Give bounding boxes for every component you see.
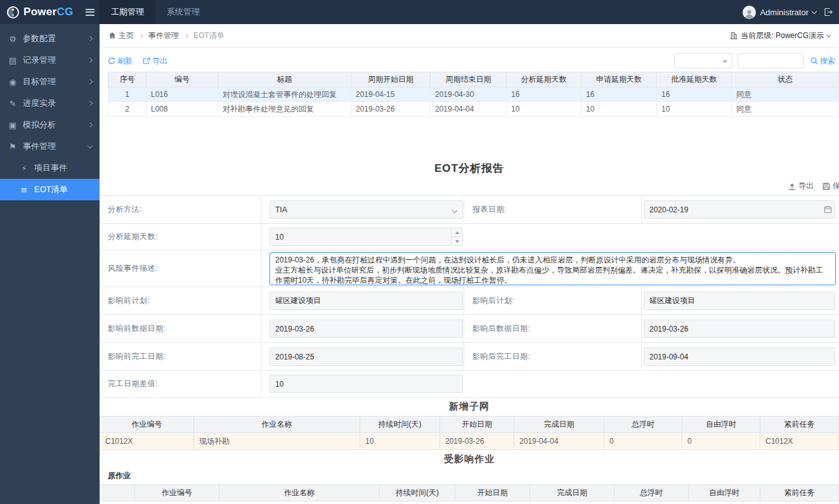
search-input[interactable] (738, 53, 804, 68)
sidebar-item-label: 记录管理 (23, 55, 83, 66)
column-header: 紧前任务 (760, 417, 839, 433)
report-actions: 导出 保存 (100, 181, 839, 191)
report-save-button[interactable]: 保存 (823, 181, 839, 191)
table-cell: 现场补勘 (194, 433, 360, 450)
user-name[interactable]: Administrator (760, 8, 809, 17)
column-header: 作业名称 (219, 485, 380, 501)
top-menu: 工期管理 系统管理 (100, 0, 211, 24)
logout-icon[interactable] (824, 8, 833, 16)
post-plan-input[interactable] (644, 292, 835, 310)
sidebar-item-parameter-config[interactable]: ⚙ 参数配置 (0, 28, 100, 49)
sidebar-item-event-management[interactable]: ⚑ 事件管理 (0, 136, 100, 157)
user-avatar[interactable] (743, 6, 756, 19)
column-header: 周期结束日期 (431, 72, 507, 87)
sidebar-item-label: 进度实录 (23, 98, 83, 109)
sidebar-item-progress-record[interactable]: ✎ 进度实录 (0, 93, 100, 114)
column-header: 开始日期 (455, 485, 530, 501)
sidebar-item-label: 目标管理 (23, 76, 83, 87)
analysis-method-value: TIA (275, 205, 287, 214)
affected-title: 受影响作业 (100, 453, 839, 465)
pre-finish-date-input[interactable] (270, 347, 463, 366)
analysis-delay-days-label: 分析延期天数: (100, 231, 158, 242)
simulation-icon: ▣ (8, 120, 18, 130)
logo: PowerCG (0, 6, 100, 19)
breadcrumb-item-events[interactable]: 事件管理 (148, 30, 179, 41)
sidebar-item-record-management[interactable]: ▤ 记录管理 (0, 49, 100, 71)
table-row[interactable]: 2L008对补勘事件处理意见的回复2019-03-262019-04-04101… (108, 102, 839, 117)
table-cell: L008 (146, 102, 218, 117)
pre-finish-date-label: 影响前完工日期: (100, 351, 166, 362)
refresh-button[interactable]: 刷新 (108, 56, 133, 67)
analysis-delay-days-input[interactable] (270, 228, 463, 246)
calendar-icon[interactable] (824, 205, 832, 214)
report-export-button[interactable]: 导出 (788, 181, 814, 191)
gear-icon: ⚙ (8, 34, 18, 44)
top-menu-item-system[interactable]: 系统管理 (155, 0, 211, 24)
sidebar-item-label: 模拟分析 (23, 119, 83, 131)
sidebar-item-simulation-analysis[interactable]: ▣ 模拟分析 (0, 114, 100, 136)
sidebar-item-project-events[interactable]: ⚡ 项目事件 (0, 157, 100, 179)
pre-data-date-input[interactable] (270, 320, 463, 338)
spinner-down-button[interactable] (452, 237, 462, 245)
top-menu-item-schedule[interactable]: 工期管理 (100, 0, 155, 24)
eot-list-table: 序号编号标题周期开始日期周期结束日期分析延期天数申请延期天数批准延期天数状态 1… (108, 72, 839, 117)
person-icon (744, 8, 755, 19)
post-data-date-input[interactable] (644, 320, 835, 338)
table-cell: C1012X (100, 433, 194, 450)
logo-text: PowerCG (23, 6, 74, 18)
menu-collapse-icon[interactable] (86, 9, 94, 16)
column-header: 作业编号 (135, 485, 219, 501)
table-cell: 同意 (732, 102, 839, 117)
report-title: EOT分析报告 (100, 161, 839, 176)
analysis-method-select[interactable]: TIA (270, 200, 463, 219)
toolbar-right: 搜索 (674, 53, 835, 68)
export-button[interactable]: 导出 (143, 56, 167, 67)
column-header: 自由浮时 (689, 485, 760, 501)
chevron-down-icon (812, 8, 817, 13)
page-content: 刷新 导出 (100, 48, 839, 504)
column-header: 批准延期天数 (657, 72, 732, 87)
target-icon: ◉ (8, 77, 18, 87)
report-date-input[interactable] (644, 200, 835, 219)
chevron-right-icon (184, 33, 188, 37)
table-cell: 10 (657, 102, 732, 117)
table-cell: 同意 (732, 87, 839, 102)
user-area: Administrator (743, 6, 839, 19)
sidebar: ⚙ 参数配置 ▤ 记录管理 ◉ 目标管理 ✎ 进度实录 ▣ 模拟分析 (0, 24, 100, 504)
table-cell: 16 (507, 87, 582, 102)
breadcrumb-home[interactable]: 主页 (108, 30, 134, 41)
table-row[interactable]: C1012X现场补勘102019-03-262019-04-0400C1012X (100, 433, 839, 450)
table-cell: 1 (108, 87, 146, 102)
column-header: 申请延期天数 (582, 72, 657, 87)
post-finish-date-input[interactable] (644, 347, 835, 366)
subnet-table: 作业编号作业名称持续时间(天)开始日期完成日期总浮时自由浮时紧前任务 C1012… (100, 416, 839, 450)
column-header: 自由浮时 (682, 417, 760, 433)
flag-icon: ⚑ (8, 142, 18, 152)
home-icon (108, 32, 116, 39)
column-header: 总浮时 (604, 417, 682, 433)
sidebar-submenu-events: ⚡ 项目事件 ≡ EOT清单 (0, 157, 100, 200)
table-row[interactable]: 1L016对埋设混凝土套管事件的处理回复2019-04-152019-04-30… (108, 87, 839, 102)
number-spinner (451, 228, 462, 245)
column-header: 完成日期 (530, 485, 615, 501)
sidebar-item-label: 参数配置 (23, 33, 83, 44)
risk-description-label: 风险事件描述: (100, 263, 158, 274)
export-icon (143, 57, 150, 65)
table-cell: 10 (582, 102, 657, 117)
risk-description-textarea[interactable]: 2019-03-26，承包商在打桩过程中遇到一个问题，在达到设计桩长后，仍未进入… (270, 252, 836, 285)
table-cell: 对补勘事件处理意见的回复 (218, 102, 351, 117)
filter-select[interactable] (674, 53, 732, 68)
finish-date-diff-input[interactable] (270, 375, 463, 393)
progress-icon: ✎ (8, 99, 18, 108)
search-button[interactable]: 搜索 (810, 56, 835, 67)
sidebar-item-target-management[interactable]: ◉ 目标管理 (0, 71, 100, 93)
chevron-down-icon (452, 208, 457, 213)
list-icon: ≡ (19, 185, 29, 195)
chevron-right-icon (88, 36, 93, 41)
pre-plan-input[interactable] (270, 292, 463, 310)
subnet-title: 新增子网 (100, 401, 839, 413)
table-cell: 0 (682, 433, 760, 450)
current-level-selector[interactable]: 当前层级: PowerCG演示 (730, 30, 830, 41)
sidebar-item-eot-list[interactable]: ≡ EOT清单 (0, 179, 100, 200)
spinner-up-button[interactable] (452, 228, 462, 237)
